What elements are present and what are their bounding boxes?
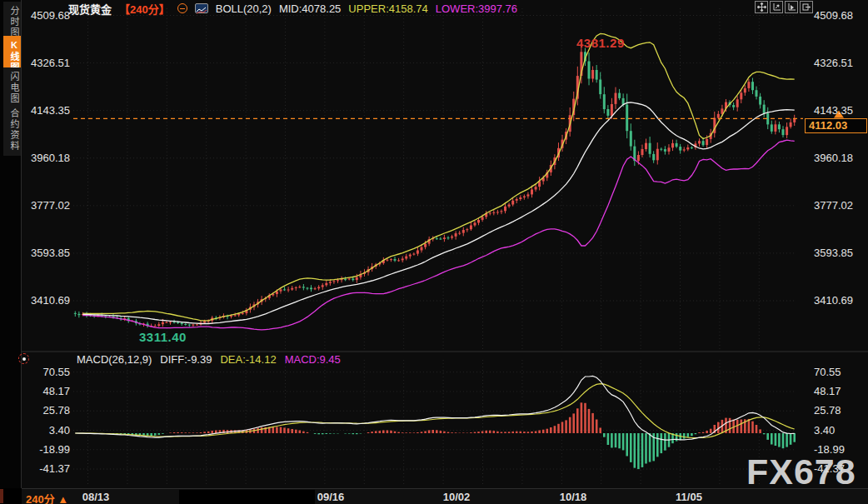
sidebar-tab-contract-info[interactable]: 合约资料: [3, 104, 21, 156]
instrument-title: 现货黄金: [68, 1, 112, 17]
macd-tick: 25.78: [20, 404, 70, 417]
price-tick: 3777.02: [814, 199, 867, 212]
price-tick: 3593.85: [20, 247, 70, 260]
collapse-indicator-icon[interactable]: [177, 3, 187, 13]
bottom-left-marker: [0, 489, 3, 503]
price-tick: 3777.02: [20, 199, 70, 212]
pan-tool-icon[interactable]: [755, 1, 768, 13]
time-axis-bar: 240分 ▲ 08/13 09/16 10/02 10/18 11/05: [22, 488, 868, 504]
price-tick: 4143.35: [20, 104, 70, 117]
boll-mid-value: MID:4078.25: [279, 2, 341, 15]
macd-tick: 3.40: [814, 424, 867, 437]
zoom-out-axis-icon[interactable]: [785, 1, 798, 13]
price-chart-canvas[interactable]: [0, 0, 868, 504]
macd-name: MACD(26,12,9): [77, 353, 152, 366]
price-tick: 3960.18: [20, 152, 70, 165]
period-selector[interactable]: 240分 ▲: [26, 491, 68, 504]
macd-tick: 70.55: [814, 366, 867, 379]
sidebar-tab-lightning-chart[interactable]: 闪电图: [3, 67, 21, 108]
trading-chart-window: 分时图 K线图 闪电图 合约资料 现货黄金 【240分】 BOLL(20,2) …: [0, 0, 868, 504]
range-scrollbar[interactable]: [179, 490, 315, 504]
macd-header: MACD(26,12,9) DIFF:-9.39 DEA:-14.12 MACD…: [77, 353, 341, 366]
date-tick: 09/16: [317, 491, 345, 503]
date-tick: 10/02: [443, 491, 471, 503]
indicator-settings-icon[interactable]: [18, 353, 29, 364]
chart-type-sidebar: 分时图 K线图 闪电图 合约资料: [0, 0, 22, 504]
boll-upper-value: UPPER:4158.74: [348, 2, 427, 15]
swing-low-label: 3311.40: [139, 330, 187, 344]
macd-tick: 70.55: [20, 366, 70, 379]
price-tick: 4143.35: [814, 104, 867, 117]
date-tick: 11/05: [676, 491, 702, 503]
price-tick: 4326.51: [20, 57, 70, 70]
macd-tick: -41.37: [20, 462, 70, 476]
macd-tick: 48.17: [20, 385, 70, 398]
exit-fullscreen-icon[interactable]: [800, 1, 813, 13]
boll-lower-value: LOWER:3997.76: [436, 2, 517, 15]
date-tick: 10/18: [560, 491, 587, 503]
price-tick: 3410.69: [814, 294, 867, 307]
price-tick: 4509.68: [814, 9, 867, 22]
macd-tick: 48.17: [814, 385, 867, 398]
macd-dea-value: DEA:-14.12: [220, 353, 276, 366]
last-price-badge: 4112.03: [805, 118, 867, 133]
period-tag: 【240分】: [119, 1, 170, 17]
macd-diff-value: DIFF:-9.39: [160, 353, 212, 366]
swing-high-label: 4381.29: [576, 36, 625, 50]
date-tick: 08/13: [82, 491, 110, 503]
mini-chart-icon[interactable]: [195, 3, 208, 13]
macd-tick: -18.99: [20, 443, 70, 457]
chart-toolbar: [755, 1, 813, 13]
fx678-watermark: FX678: [746, 452, 856, 492]
price-tick: 3410.69: [20, 294, 70, 307]
zoom-in-axis-icon[interactable]: [770, 1, 783, 13]
macd-macd-value: MACD:9.45: [285, 353, 341, 366]
chevron-up-icon: ▲: [57, 493, 68, 504]
price-tick: 3960.18: [814, 152, 867, 165]
price-tick: 4326.51: [814, 57, 867, 70]
boll-label: BOLL(20,2): [216, 2, 272, 15]
macd-tick: 3.40: [20, 424, 70, 437]
chart-header: 现货黄金 【240分】 BOLL(20,2) MID:4078.25 UPPER…: [68, 2, 517, 15]
price-tick: 3593.85: [814, 247, 867, 260]
price-tick: 4509.68: [20, 9, 70, 22]
macd-tick: 25.78: [814, 404, 867, 417]
